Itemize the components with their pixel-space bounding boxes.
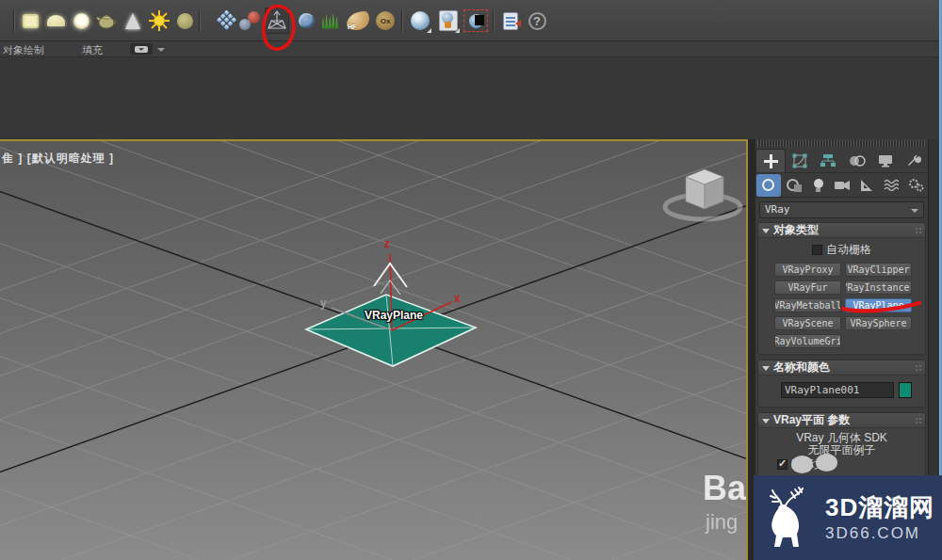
rollout-vrayplane-params-header[interactable]: VRay平面 参数 <box>758 413 925 428</box>
button-vrayscene[interactable]: VRayScene <box>774 316 841 330</box>
create-categories <box>755 173 928 198</box>
button-vraysphere[interactable]: VRaySphere <box>845 316 912 330</box>
rollout-vrayplane-params: VRay平面 参数 VRay 几何体 SDK 无限平面例子 图标文本 <box>757 412 926 479</box>
camera-icon <box>835 180 851 191</box>
category-dropdown[interactable]: VRay <box>759 201 924 218</box>
tab-utilities[interactable] <box>900 149 928 172</box>
shapes-icon <box>787 179 802 192</box>
vray-help-icon[interactable]: ? <box>525 8 549 34</box>
rollout-name-color-header[interactable]: 名称和颜色 <box>758 360 925 376</box>
vray-sphere-tool-icon[interactable] <box>408 8 432 34</box>
baidu-watermark-partial-2: jing <box>706 510 738 535</box>
tab-create[interactable] <box>755 149 786 172</box>
vray-light-dome-icon[interactable] <box>43 8 68 34</box>
button-vrayfur[interactable]: VRayFur <box>774 280 841 295</box>
button-vrayplane[interactable]: VRayPlane <box>845 298 912 312</box>
ribbon-minimize-button[interactable] <box>130 43 153 55</box>
vray-toolbar: HF Ox ? <box>0 0 942 41</box>
viewport-grid <box>0 141 748 560</box>
vray-light-plane-icon[interactable] <box>18 8 42 34</box>
rollout-object-type-header[interactable]: 对象类型 <box>758 223 925 238</box>
autogrid-checkbox[interactable] <box>812 245 822 255</box>
gears-icon <box>908 178 924 192</box>
toolbar-separator <box>199 9 201 32</box>
infinite-plane-line: 无限平面例子 <box>764 444 919 456</box>
hierarchy-icon <box>820 153 836 168</box>
ribbon-empty-area <box>0 57 942 139</box>
dropdown-caret-icon <box>911 209 918 213</box>
rollout-collapse-icon <box>762 419 770 424</box>
icon-text-checkbox[interactable] <box>777 459 788 470</box>
application-window: HF Ox ? 对象绘制 填充 <box>0 0 942 560</box>
create-plus-icon <box>764 154 778 168</box>
vray-light-ambient-icon[interactable] <box>172 8 197 34</box>
toolbar-separator <box>13 9 15 32</box>
geometry-icon <box>762 179 774 191</box>
tab-modify[interactable] <box>786 149 814 172</box>
panel-drag-grip[interactable] <box>757 140 926 147</box>
category-space-warps[interactable] <box>879 179 903 191</box>
object-type-buttons: VRayProxy VRayClipper VRayFur VRayInstan… <box>764 263 919 348</box>
light-bulb-icon <box>814 179 823 192</box>
display-icon <box>878 154 893 168</box>
category-geometry[interactable] <box>756 174 781 197</box>
viewport-shading-label[interactable]: 隹 ] [默认明暗处理 ] <box>2 151 114 167</box>
vray-fur-icon[interactable] <box>318 8 343 34</box>
vray-light-sphere-icon[interactable] <box>69 8 93 34</box>
wrench-icon <box>906 153 921 168</box>
hairfarm-icon[interactable]: HF <box>346 8 370 34</box>
vray-light-ies-icon[interactable] <box>121 8 145 34</box>
deer-logo-icon <box>761 485 820 551</box>
command-panel-tabs <box>755 149 928 173</box>
vray-scatter-icon[interactable] <box>214 8 238 34</box>
set-square-icon <box>860 179 874 192</box>
rollout-object-type: 对象类型 自动栅格 VRayProxy VRayClipper VRayFur … <box>757 222 926 355</box>
vray-selection-tool-icon[interactable] <box>463 8 488 34</box>
ribbon-dropdown-caret-icon[interactable] <box>157 48 165 52</box>
tab-motion[interactable] <box>843 149 871 172</box>
vray-metaball-icon[interactable] <box>294 8 318 34</box>
button-vrayvolumegrid[interactable]: VRayVolumeGrid <box>774 334 841 348</box>
ribbon-tab-object-paint[interactable]: 对象绘制 <box>3 43 44 57</box>
vray-plane-icon[interactable] <box>265 8 289 34</box>
axis-z-label: z <box>384 237 390 250</box>
object-color-swatch[interactable] <box>899 382 912 398</box>
3d66-watermark: 3D溜溜网 3D66.COM <box>754 475 942 560</box>
button-vrayinstancer[interactable]: VRayInstancer <box>845 280 912 295</box>
dropdown-value: VRay <box>765 203 790 216</box>
button-vrayclipper[interactable]: VRayClipper <box>845 263 912 277</box>
rollout-collapse-icon <box>762 229 770 233</box>
rollout-grip-icon <box>915 417 922 424</box>
category-cameras[interactable] <box>831 180 855 191</box>
rollout-grip-icon <box>915 364 922 372</box>
perspective-viewport[interactable]: 隹 ] [默认明暗处理 ] z x y VRayPlane Ba jing <box>0 139 748 560</box>
vray-proxy-icon[interactable] <box>237 8 262 34</box>
axis-y-label: y <box>320 296 327 310</box>
paw-watermark-toe <box>791 456 813 473</box>
axis-x-label: x <box>454 292 461 305</box>
vray-light-mesh-teapot-icon[interactable] <box>94 8 119 34</box>
category-systems[interactable] <box>903 178 928 192</box>
ornatrix-icon[interactable]: Ox <box>373 8 398 34</box>
motion-icon <box>849 154 866 168</box>
tab-display[interactable] <box>871 149 900 172</box>
toolbar-separator <box>493 9 495 32</box>
rollout-grip-icon <box>915 227 922 234</box>
rollout-collapse-icon <box>762 366 770 371</box>
rollout-name-color: 名称和颜色 <box>757 360 926 408</box>
waves-icon <box>884 179 899 191</box>
modify-icon <box>792 153 807 168</box>
vray-doc-transfer-icon[interactable] <box>498 8 523 34</box>
tab-hierarchy[interactable] <box>814 149 842 172</box>
object-name-input[interactable] <box>781 382 894 398</box>
category-lights[interactable] <box>806 179 831 192</box>
category-shapes[interactable] <box>782 179 806 192</box>
ribbon-tab-fill[interactable]: 填充 <box>82 43 103 57</box>
autogrid-label: 自动栅格 <box>826 242 871 258</box>
button-vrayproxy[interactable]: VRayProxy <box>774 263 841 277</box>
button-vraymetaball[interactable]: VRayMetaball <box>774 298 841 312</box>
paw-watermark-toe <box>816 454 837 472</box>
vray-sun-icon[interactable] <box>147 8 171 34</box>
category-helpers[interactable] <box>854 179 879 192</box>
vray-export-package-icon[interactable] <box>436 8 461 34</box>
